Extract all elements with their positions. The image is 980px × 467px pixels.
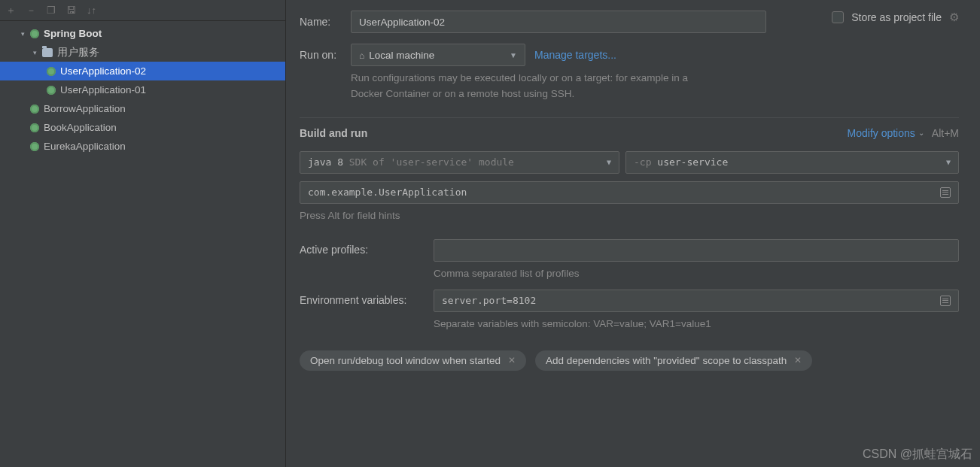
env-vars-input[interactable]: server.port=8102: [434, 290, 959, 312]
build-run-title: Build and run: [300, 127, 367, 139]
chevron-down-icon: ▼: [607, 158, 611, 166]
divider: [300, 117, 959, 118]
chevron-down-icon: ⌄: [918, 129, 924, 137]
name-label: Name:: [300, 16, 351, 28]
env-vars-label: Environment variables:: [300, 290, 434, 306]
tree-item-userapp-01[interactable]: UserApplication-01: [0, 80, 285, 99]
checkbox-icon[interactable]: [832, 11, 844, 23]
spring-icon: [30, 105, 39, 114]
chip-provided-deps[interactable]: Add dependencies with "provided" scope t…: [535, 350, 812, 371]
folder-icon: [42, 48, 53, 57]
tree-root-springboot[interactable]: ▾ Spring Boot: [0, 24, 285, 43]
tree-folder-users[interactable]: ▾ 用户服务: [0, 43, 285, 62]
home-icon: ⌂: [359, 50, 364, 61]
name-value: UserApplication-02: [359, 17, 445, 28]
copy-icon[interactable]: ❐: [47, 5, 56, 16]
field-hints-label: Press Alt for field hints: [300, 210, 959, 221]
main-class-field[interactable]: com.example.UserApplication: [300, 181, 959, 204]
watermark: CSDN @抓蛙宫城石: [863, 447, 972, 462]
remove-icon[interactable]: －: [26, 4, 36, 17]
main-class-value: com.example.UserApplication: [308, 186, 467, 198]
close-icon[interactable]: ✕: [508, 355, 516, 365]
runon-value: Local machine: [369, 50, 434, 61]
tree-item-eurekaapp[interactable]: EurekaApplication: [0, 137, 285, 156]
chip-label: Add dependencies with "provided" scope t…: [546, 355, 787, 366]
tree-item-label: UserApplication-01: [60, 84, 146, 96]
tree-folder-label: 用户服务: [57, 46, 99, 59]
name-input[interactable]: UserApplication-02: [351, 11, 766, 33]
chevron-down-icon: ▼: [946, 158, 951, 166]
spring-icon: [30, 29, 39, 38]
spring-icon: [47, 67, 56, 76]
list-icon[interactable]: [940, 187, 951, 198]
list-icon[interactable]: [940, 296, 951, 306]
spring-icon: [30, 142, 39, 151]
tree-item-label: BookApplication: [44, 122, 117, 133]
chevron-down-icon: ▼: [510, 51, 517, 59]
tree-item-label: EurekaApplication: [44, 141, 126, 152]
store-as-project-file[interactable]: Store as project file ⚙: [832, 11, 959, 24]
store-label: Store as project file: [851, 11, 942, 23]
run-config-panel: Store as project file ⚙ Name: UserApplic…: [286, 0, 980, 467]
option-chips: Open run/debug tool window when started …: [300, 350, 959, 371]
jre-suffix: SDK of 'user-service' module: [349, 156, 514, 168]
tree-item-userapp-02[interactable]: UserApplication-02: [0, 62, 285, 80]
manage-targets-link[interactable]: Manage targets...: [534, 49, 616, 61]
jre-combo[interactable]: java 8 SDK of 'user-service' module ▼: [300, 151, 619, 174]
chip-label: Open run/debug tool window when started: [310, 355, 501, 366]
sort-icon[interactable]: ↓↑: [87, 5, 96, 16]
config-tree: ▾ Spring Boot ▾ 用户服务 UserApplication-02 …: [0, 21, 285, 156]
spring-icon: [30, 123, 39, 132]
jre-prefix: java 8: [308, 156, 343, 168]
active-profiles-hint: Comma separated list of profiles: [434, 268, 959, 279]
spring-icon: [47, 86, 56, 95]
cp-prefix: -cp: [634, 156, 651, 168]
runon-hint: Run configurations may be executed local…: [351, 71, 712, 102]
gear-icon[interactable]: ⚙: [949, 11, 959, 24]
runon-label: Run on:: [300, 49, 351, 61]
tree-item-label: UserApplication-02: [60, 65, 146, 77]
modify-shortcut: Alt+M: [932, 127, 959, 139]
env-vars-hint: Separate variables with semicolon: VAR=v…: [434, 318, 959, 329]
active-profiles-label: Active profiles:: [300, 239, 434, 256]
save-icon[interactable]: 🖫: [66, 5, 76, 16]
env-vars-value: server.port=8102: [442, 295, 536, 306]
chevron-down-icon: ▾: [18, 29, 27, 38]
cp-value: user-service: [657, 156, 728, 168]
tree-item-label: BorrowApplication: [44, 103, 126, 114]
chip-open-run-window[interactable]: Open run/debug tool window when started …: [300, 350, 526, 371]
chevron-down-icon: ▾: [30, 48, 39, 57]
active-profiles-input[interactable]: [434, 239, 959, 262]
close-icon[interactable]: ✕: [794, 355, 802, 365]
tree-item-borrowapp[interactable]: BorrowApplication: [0, 99, 285, 118]
tree-root-label: Spring Boot: [44, 28, 102, 39]
add-icon[interactable]: ＋: [6, 4, 16, 17]
classpath-combo[interactable]: -cp user-service ▼: [625, 151, 959, 174]
config-tree-sidebar: ＋ － ❐ 🖫 ↓↑ ▾ Spring Boot ▾ 用户服务 UserAppl…: [0, 0, 286, 467]
sidebar-toolbar: ＋ － ❐ 🖫 ↓↑: [0, 0, 285, 21]
runon-combo[interactable]: ⌂Local machine ▼: [351, 44, 525, 66]
modify-options-link[interactable]: Modify options ⌄: [848, 127, 924, 139]
tree-item-bookapp[interactable]: BookApplication: [0, 118, 285, 137]
